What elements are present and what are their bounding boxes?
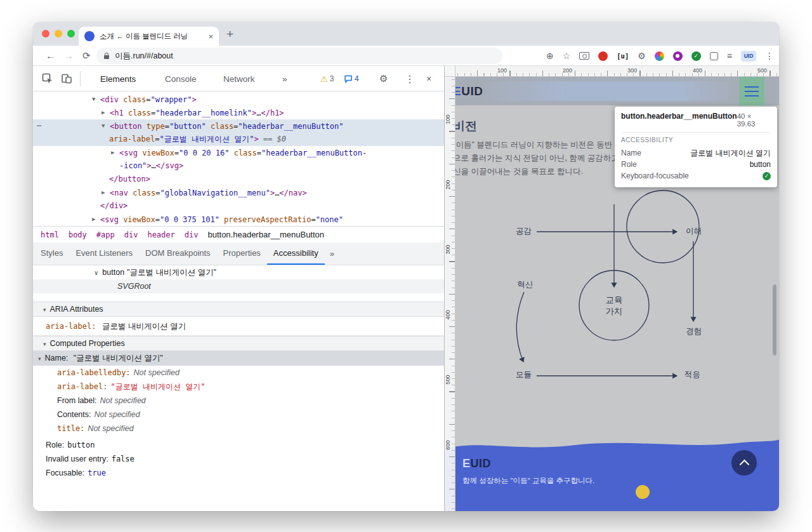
- page-scrollbar-thumb[interactable]: [773, 284, 776, 356]
- prop-from-label: From label:Not specified: [33, 394, 444, 408]
- warning-badge[interactable]: ⚠ 3: [320, 66, 334, 91]
- diagram-label-understanding: 이해: [686, 226, 702, 237]
- window-zoom-button[interactable]: [67, 30, 75, 37]
- tree-line[interactable]: </button>: [33, 173, 444, 186]
- forward-icon[interactable]: →: [64, 50, 74, 62]
- aria-label-attribute-row: aria-label: 글로벌 내비게이션 열기: [33, 317, 444, 336]
- back-icon[interactable]: ←: [46, 50, 55, 62]
- tree-line[interactable]: ▼<div class="wrapper">: [33, 93, 444, 106]
- bracket-extension-icon[interactable]: [u]: [617, 52, 629, 60]
- breadcrumb-item-current[interactable]: button.headerbar__menuButton: [207, 230, 324, 239]
- footer-logo: EUID: [462, 457, 491, 470]
- chevron-down-icon: ∨: [94, 269, 98, 276]
- computed-role-row: Role:button: [33, 438, 444, 452]
- inspect-element-icon[interactable]: [42, 66, 53, 91]
- tab-elements[interactable]: Elements: [100, 66, 136, 91]
- selected-element-row[interactable]: ▼<button type="button" class="headerbar_…: [33, 119, 444, 146]
- more-panels-icon[interactable]: »: [282, 66, 287, 91]
- camera-extension-icon[interactable]: [579, 52, 589, 60]
- breadcrumb-item[interactable]: body: [69, 230, 87, 239]
- footer-wave: [445, 437, 779, 450]
- tree-line[interactable]: </div>: [33, 199, 444, 213]
- breadcrumb-item[interactable]: header: [147, 230, 174, 239]
- tab-network[interactable]: Network: [223, 66, 255, 91]
- sidebar-tabs: Styles Event Listeners DOM Breakpoints P…: [33, 243, 444, 265]
- devtools-toolbar: Elements Console Network » ⚠ 3 4 ⚙ ⋮ ×: [33, 66, 444, 91]
- computed-properties-section-header[interactable]: ▾Computed Properties: [33, 336, 444, 351]
- purple-extension-icon[interactable]: [673, 51, 683, 61]
- node-options-ellipsis[interactable]: ⋯: [37, 119, 42, 133]
- aria-attributes-section-header[interactable]: ▾ARIA Attributes: [33, 302, 444, 317]
- horizontal-ruler: 100 200 300 400 500: [445, 66, 779, 77]
- prop-aria-label: aria-label:"글로벌 내비게이션 열기": [33, 380, 444, 394]
- devtools-settings-gear-icon[interactable]: ⚙: [379, 66, 388, 91]
- dimmed-nav-overlay: [481, 81, 730, 101]
- address-bar[interactable]: 이듬.run/#/about: [96, 48, 502, 64]
- devtools-close-icon[interactable]: ×: [426, 66, 431, 91]
- highlighted-menu-button[interactable]: [739, 77, 764, 105]
- breadcrumb-item[interactable]: div: [124, 230, 138, 239]
- colorwheel-extension-icon[interactable]: [655, 51, 664, 61]
- filter-extension-icon[interactable]: ≡: [727, 51, 732, 61]
- new-tab-button[interactable]: +: [226, 27, 233, 42]
- tab-dom-breakpoints[interactable]: DOM Breakpoints: [139, 243, 217, 265]
- console-message-badge[interactable]: 4: [344, 66, 359, 91]
- more-sidebar-tabs-icon[interactable]: »: [325, 243, 339, 265]
- tree-line[interactable]: -icon">…</svg>: [33, 159, 444, 173]
- diagram-center-label: 교육 가치: [596, 295, 632, 317]
- puzzle-extensions-icon[interactable]: [710, 52, 718, 60]
- device-toolbar-icon[interactable]: [61, 66, 72, 91]
- extension-toolbar: ⊕ ☆ [u] ⚙ ✓ ≡ UID ⋮: [546, 46, 774, 66]
- scroll-to-top-button[interactable]: [731, 450, 757, 475]
- browser-window: 소개 ← 이듬 블렌디드 러닝 × + ← → ⟳ 이듬.run/#/about…: [33, 22, 779, 511]
- tooltip-element-size: 40 × 39.63: [737, 112, 771, 128]
- tree-line[interactable]: ▶<nav class="globalNavigation__menu">…</…: [33, 186, 444, 199]
- tab-accessibility[interactable]: Accessibility: [267, 243, 325, 265]
- breadcrumb-item[interactable]: html: [41, 230, 59, 239]
- tree-line[interactable]: ▶<svg viewBox="0 0 375 101" preserveAspe…: [33, 213, 444, 226]
- diagram-label-module: 모듈: [516, 369, 532, 380]
- diagram-label-experience: 경험: [686, 326, 702, 337]
- gear-extension-icon[interactable]: ⚙: [638, 51, 646, 61]
- tree-line[interactable]: ▶<svg viewBox="0 0 20 16" class="headerb…: [33, 146, 444, 159]
- chevron-up-icon: [739, 460, 749, 470]
- tab-close-icon[interactable]: ×: [208, 32, 213, 41]
- breadcrumb-item[interactable]: div: [185, 230, 199, 239]
- tooltip-section-title: ACCESSIBILITY: [621, 136, 771, 143]
- crosshair-extension-icon[interactable]: ⊕: [546, 51, 554, 61]
- site-footer: EUID 함께 성장하는 "이듬" 교육을 추구합니다.: [445, 449, 779, 511]
- tab-console[interactable]: Console: [165, 66, 197, 91]
- tab-properties[interactable]: Properties: [217, 243, 267, 265]
- breadcrumb: html body #app div header div button.hea…: [33, 226, 444, 243]
- footer-tagline: 함께 성장하는 "이듬" 교육을 추구합니다.: [462, 476, 594, 486]
- triangle-down-icon: ▾: [43, 307, 46, 313]
- browser-tab[interactable]: 소개 ← 이듬 블렌디드 러닝 ×: [79, 27, 219, 46]
- tab-styles[interactable]: Styles: [34, 243, 69, 265]
- tooltip-name-row: Name 글로벌 내비게이션 열기: [621, 147, 771, 159]
- tree-line[interactable]: aria-label="글로벌 내비게이션 열기"> == $0: [33, 133, 444, 146]
- a11y-tree-node-button[interactable]: ∨button"글로벌 내비게이션 열기": [33, 265, 444, 279]
- tab-event-listeners[interactable]: Event Listeners: [69, 243, 139, 265]
- devtools-kebab-icon[interactable]: ⋮: [405, 66, 415, 91]
- vision-diagram: [445, 187, 779, 390]
- diagram-label-adaptation: 적응: [684, 369, 700, 380]
- diagram-label-empathy: 공감: [516, 226, 532, 237]
- tree-line[interactable]: ▶<h1 class="headerbar__homelink">…</h1>: [33, 106, 444, 119]
- tree-line[interactable]: ▼<button type="button" class="headerbar_…: [33, 119, 444, 133]
- computed-name-row[interactable]: ▾Name: "글로벌 내비게이션 열기": [33, 351, 444, 366]
- reload-icon[interactable]: ⟳: [82, 50, 91, 62]
- browser-menu-kebab-icon[interactable]: ⋮: [765, 51, 774, 61]
- shield-extension-icon[interactable]: ✓: [691, 51, 701, 61]
- warning-icon: ⚠: [320, 74, 328, 84]
- breadcrumb-item[interactable]: #app: [96, 230, 115, 239]
- window-close-button[interactable]: [42, 30, 49, 37]
- adblock-extension-icon[interactable]: [598, 51, 608, 61]
- bookmark-star-icon[interactable]: ☆: [563, 51, 571, 61]
- window-minimize-button[interactable]: [55, 30, 62, 37]
- profile-avatar[interactable]: UID: [741, 51, 756, 62]
- window-content: Elements Console Network » ⚠ 3 4 ⚙ ⋮ × ▼…: [33, 66, 779, 511]
- site-logo[interactable]: EUID: [453, 77, 483, 105]
- a11y-tree-node-svgroot[interactable]: SVGRoot: [33, 279, 444, 293]
- browser-toolbar: ← → ⟳ 이듬.run/#/about ⊕ ☆ [u] ⚙ ✓ ≡ UID ⋮: [33, 46, 779, 66]
- computed-invalid-row: Invalid user entry:false: [33, 452, 444, 466]
